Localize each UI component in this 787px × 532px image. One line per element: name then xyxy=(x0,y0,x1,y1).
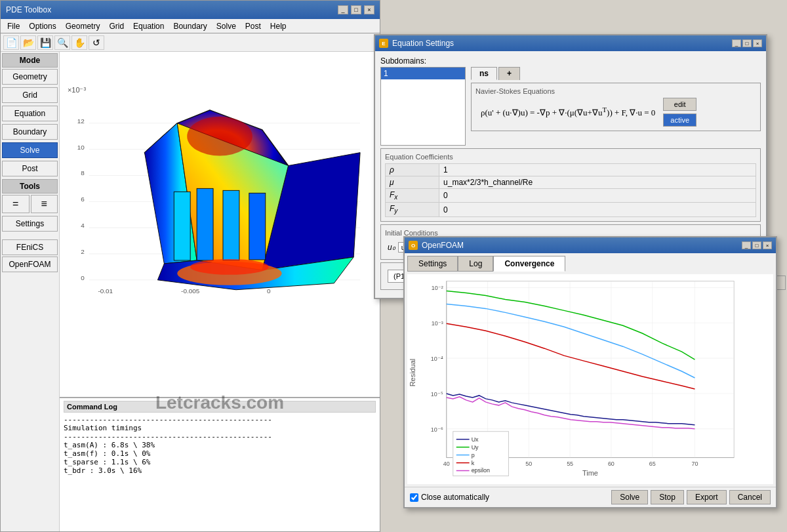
svg-point-28 xyxy=(190,259,269,275)
coeff-row-mu: μ u_max*2/3*h_channel/Re xyxy=(386,176,756,189)
eq-maximize-btn[interactable]: □ xyxy=(742,39,752,47)
tab-convergence[interactable]: Convergence xyxy=(493,256,565,272)
sidebar-equation[interactable]: Equation xyxy=(2,106,58,121)
coeff-value-mu[interactable]: u_max*2/3*h_channel/Re xyxy=(439,176,756,189)
foam-minimize-btn[interactable]: _ xyxy=(742,241,751,249)
tools-label: Tools xyxy=(2,179,58,194)
active-btn[interactable]: active xyxy=(663,113,696,127)
foam-dialog-title-bar: O OpenFOAM _ □ × xyxy=(405,237,776,253)
eq-dialog-title-bar: E Equation Settings _ □ × xyxy=(375,35,766,51)
coefficients-section: Equation Coefficients ρ 1 μ u_max*2/3*h_… xyxy=(380,148,761,222)
svg-text:50: 50 xyxy=(525,460,532,467)
u0-label: u₀ xyxy=(388,243,395,252)
menu-grid[interactable]: Grid xyxy=(105,20,128,32)
foam-dialog-controls: _ □ × xyxy=(742,241,772,249)
sidebar-geometry[interactable]: Geometry xyxy=(2,69,58,85)
svg-rect-25 xyxy=(249,193,266,260)
foam-footer: Close automatically Solve Stop Export Ca… xyxy=(405,487,776,507)
chart-svg: Residual 10⁻² 10⁻³ 10⁻⁴ 10⁻⁵ 10⁻⁶ 40 45 … xyxy=(407,274,773,484)
sidebar-fenics[interactable]: FEniCS xyxy=(2,239,58,255)
tool-lines[interactable]: ≡ xyxy=(31,195,58,213)
svg-text:70: 70 xyxy=(691,460,698,467)
sidebar-grid[interactable]: Grid xyxy=(2,87,58,103)
toolbar-zoom[interactable]: 🔍 xyxy=(54,35,70,50)
tab-settings[interactable]: Settings xyxy=(407,256,458,272)
maximize-btn[interactable]: □ xyxy=(351,5,361,14)
sidebar-settings[interactable]: Settings xyxy=(2,216,58,232)
menu-options[interactable]: Options xyxy=(25,20,60,32)
minimize-btn[interactable]: _ xyxy=(338,5,348,14)
svg-text:55: 55 xyxy=(567,460,573,467)
svg-text:0: 0 xyxy=(81,274,85,281)
close-auto-checkbox[interactable] xyxy=(410,493,418,502)
toolbar-new[interactable]: 📄 xyxy=(3,35,19,50)
log-line-2: ----------------------------------------… xyxy=(64,432,376,441)
toolbar-save[interactable]: 💾 xyxy=(37,35,53,50)
coeff-row-fy: Fy 0 xyxy=(386,203,756,216)
tab-plus[interactable]: + xyxy=(498,67,520,80)
edit-btn[interactable]: edit xyxy=(663,98,696,111)
subdomain-list[interactable]: 1 xyxy=(380,67,466,146)
sidebar-openfoam[interactable]: OpenFOAM xyxy=(2,256,58,272)
convergence-chart: Residual 10⁻² 10⁻³ 10⁻⁴ 10⁻⁵ 10⁻⁶ 40 45 … xyxy=(407,274,773,484)
ns-section-title: Navier-Stokes Equations xyxy=(475,87,756,95)
svg-text:-0.005: -0.005 xyxy=(181,287,200,295)
coefficients-table: ρ 1 μ u_max*2/3*h_channel/Re Fx 0 Fy 0 xyxy=(385,163,756,217)
svg-text:65: 65 xyxy=(649,460,656,467)
mode-label: Mode xyxy=(2,53,58,68)
command-log-title: Command Log xyxy=(64,401,376,413)
tab-log[interactable]: Log xyxy=(458,256,493,272)
menu-geometry[interactable]: Geometry xyxy=(62,20,104,32)
eq-minimize-btn[interactable]: _ xyxy=(732,39,741,47)
sidebar: Mode Geometry Grid Equation Boundary Sol… xyxy=(1,52,60,531)
menu-post[interactable]: Post xyxy=(241,20,265,32)
sidebar-post[interactable]: Post xyxy=(2,161,58,176)
command-log: Command Log ----------------------------… xyxy=(60,397,380,531)
tab-bar: ns + xyxy=(471,67,761,80)
toolbar-pan[interactable]: ✋ xyxy=(71,35,87,50)
coeff-value-rho[interactable]: 1 xyxy=(439,164,756,176)
plot-svg: ×10⁻³ 12 10 8 6 4 2 0 -0.01 -0.005 0 xyxy=(60,52,380,397)
stop-btn[interactable]: Stop xyxy=(651,490,684,504)
foam-maximize-btn[interactable]: □ xyxy=(752,241,761,249)
coeff-label-fx: Fx xyxy=(386,189,439,203)
subdomains-label: Subdomains: xyxy=(380,56,761,66)
foam-dialog-title: OpenFOAM xyxy=(422,241,464,250)
menu-boundary[interactable]: Boundary xyxy=(169,20,211,32)
svg-rect-22 xyxy=(174,192,190,260)
cancel-btn[interactable]: Cancel xyxy=(729,490,771,504)
export-btn[interactable]: Export xyxy=(687,490,727,504)
eq-close-btn[interactable]: × xyxy=(753,39,762,47)
svg-point-29 xyxy=(187,117,252,156)
foam-close-btn[interactable]: × xyxy=(763,241,772,249)
svg-text:epsilon: epsilon xyxy=(472,467,490,474)
sidebar-solve[interactable]: Solve xyxy=(2,142,58,158)
menu-file[interactable]: File xyxy=(3,20,24,32)
svg-text:0: 0 xyxy=(267,287,271,295)
sidebar-boundary[interactable]: Boundary xyxy=(2,124,58,140)
coeff-row-fx: Fx 0 xyxy=(386,189,756,203)
close-btn[interactable]: × xyxy=(364,5,374,14)
svg-text:10⁻⁶: 10⁻⁶ xyxy=(431,426,443,433)
eq-tabs: ns + Navier-Stokes Equations ρ(u' + (u·∇… xyxy=(471,67,761,146)
coeff-value-fy[interactable]: 0 xyxy=(439,203,756,216)
toolbar-rotate[interactable]: ↺ xyxy=(89,35,104,50)
tab-ns[interactable]: ns xyxy=(471,67,497,80)
toolbar: 📄 📂 💾 🔍 ✋ ↺ xyxy=(1,33,380,52)
main-content: Mode Geometry Grid Equation Boundary Sol… xyxy=(1,52,380,531)
coeff-value-fx[interactable]: 0 xyxy=(439,189,756,203)
svg-text:×10⁻³: ×10⁻³ xyxy=(68,86,87,94)
eq-dialog-title: Equation Settings xyxy=(392,39,454,48)
subdomain-item-1[interactable]: 1 xyxy=(381,68,465,79)
log-line-5: t_sparse : 1.1s \ 6% xyxy=(64,458,376,466)
toolbar-open[interactable]: 📂 xyxy=(20,35,36,50)
navier-stokes-equation: ρ(u' + (u·∇)u) = -∇p + ∇·(μ(∇u+∇uT)) + F… xyxy=(475,100,660,123)
coeff-label-mu: μ xyxy=(386,176,439,189)
tool-equals[interactable]: = xyxy=(2,195,30,213)
menu-solve[interactable]: Solve xyxy=(212,20,240,32)
menu-help[interactable]: Help xyxy=(266,20,291,32)
close-auto-label[interactable]: Close automatically xyxy=(410,493,489,502)
menu-equation[interactable]: Equation xyxy=(129,20,168,32)
solve-btn[interactable]: Solve xyxy=(611,490,648,504)
main-title-bar: PDE Toolbox _ □ × xyxy=(1,1,380,19)
